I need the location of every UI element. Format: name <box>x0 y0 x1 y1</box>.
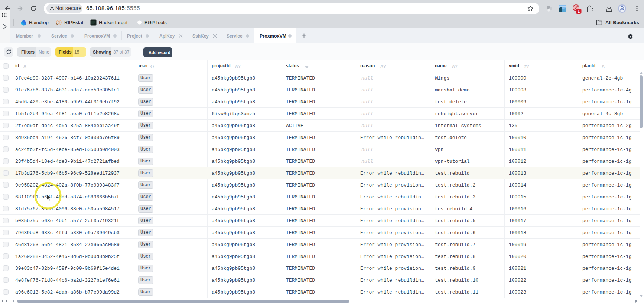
svg-text:1: 1 <box>578 9 580 13</box>
